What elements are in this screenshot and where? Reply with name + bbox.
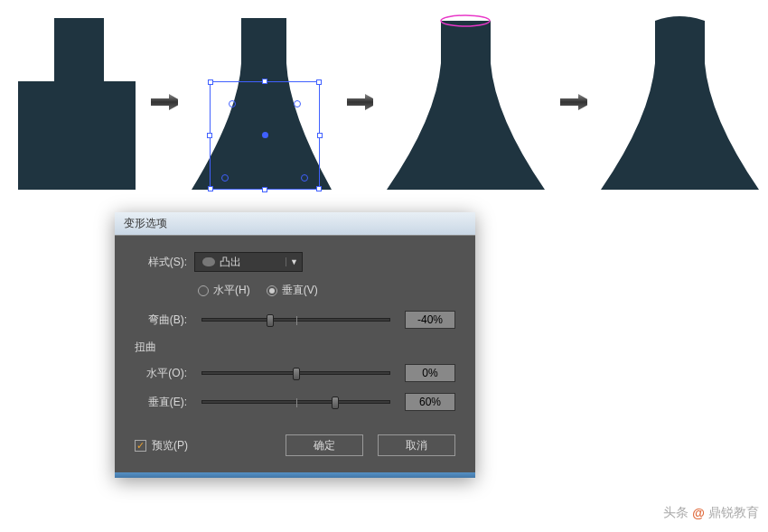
slider-thumb[interactable] [293, 368, 300, 380]
distort-section-title: 扭曲 [135, 340, 455, 355]
shape-step-3 [387, 14, 545, 190]
style-select[interactable]: 凸出 ▼ [194, 252, 303, 272]
t-block-shape [9, 14, 136, 190]
warped-shape-final [601, 14, 759, 190]
radio-horizontal[interactable]: 水平(H) [198, 283, 250, 298]
dialog-title-bar[interactable]: 变形选项 [115, 212, 475, 236]
ok-button[interactable]: 确定 [286, 434, 363, 456]
style-label: 样式(S): [135, 255, 187, 270]
cancel-button[interactable]: 取消 [378, 434, 455, 456]
shape-steps-row [0, 0, 768, 203]
watermark: 头条 @鼎锐教育 [663, 505, 759, 521]
slider-tick [296, 316, 297, 325]
dialog-footer-bar [115, 472, 475, 478]
bend-label: 弯曲(B): [135, 313, 187, 328]
chevron-down-icon: ▼ [286, 257, 302, 266]
radio-icon-checked [267, 285, 277, 296]
bend-slider[interactable] [201, 318, 390, 322]
shape-step-2[interactable] [192, 14, 332, 190]
warped-shape-selected [192, 14, 332, 190]
v-distort-label: 垂直(E): [135, 395, 187, 410]
arrow-icon [149, 93, 178, 111]
warped-shape-ellipse [387, 14, 545, 190]
warp-options-dialog: 变形选项 样式(S): 凸出 ▼ 水平(H) 垂直(V) 弯曲(B): [115, 212, 475, 478]
bend-value[interactable]: -40% [405, 311, 455, 329]
arrow-icon [558, 93, 587, 111]
shape-step-4 [601, 14, 759, 190]
dialog-title: 变形选项 [124, 217, 167, 229]
radio-icon [198, 285, 209, 296]
h-distort-value[interactable]: 0% [405, 364, 455, 382]
shape-step-1 [9, 14, 136, 190]
arrow-icon [345, 93, 374, 111]
v-distort-slider[interactable] [201, 400, 390, 404]
h-distort-slider[interactable] [201, 371, 390, 375]
radio-vertical[interactable]: 垂直(V) [267, 283, 318, 298]
v-distort-value[interactable]: 60% [405, 393, 455, 411]
preview-checkbox[interactable]: ✓ 预览(P) [135, 438, 188, 453]
bulge-icon [202, 257, 215, 266]
slider-thumb[interactable] [267, 314, 274, 327]
checkbox-checked-icon: ✓ [135, 440, 146, 452]
h-distort-label: 水平(O): [135, 366, 187, 381]
slider-thumb[interactable] [332, 397, 339, 409]
slider-tick [296, 398, 297, 407]
